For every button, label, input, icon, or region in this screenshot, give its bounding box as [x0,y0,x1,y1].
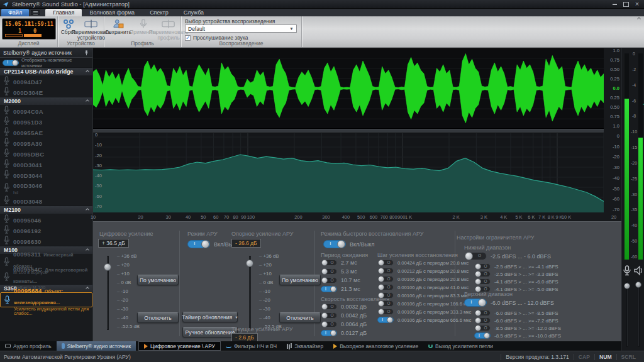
option-row[interactable]: 0.00212 дБ с периодом 20.8 мкс [377,268,471,274]
option-toggle[interactable] [321,268,337,275]
rename-profile-button[interactable]: Переименовать профиль [156,18,181,43]
tab-Эквалайзер[interactable]: Эквалайзер [282,341,328,351]
option-row[interactable]: 5.3 мс [321,268,360,275]
source-item-000D3041[interactable]: 000D3041 [0,158,92,169]
collapse-ribbon-button[interactable] [637,17,641,21]
option-row[interactable]: -4.1 dBFS > ... >= -6.0 dBFS [474,278,558,285]
ref-gain-slider-knob[interactable] [246,260,253,267]
quick-access-button[interactable] [31,10,40,15]
source-item-00095A30[interactable]: 00095A30 [0,137,92,148]
option-toggle[interactable] [474,263,491,270]
option-row[interactable]: -2.5 dBFS > ... >= -4.1 dBFS [474,263,558,270]
pin-icon[interactable] [84,49,89,57]
source-item-00096630[interactable]: 00096630 [0,235,92,246]
source-item-000951D3[interactable]: 000951D3 [0,116,92,126]
speaker-volume-slider[interactable] [638,282,640,347]
update-timer-button[interactable]: Таймер обновления [182,312,238,322]
option-toggle[interactable] [474,317,491,324]
option-row[interactable]: 0.0032 дБ [321,304,367,310]
option-toggle[interactable] [377,268,394,274]
ref-gain-default-button[interactable]: По умолчанию [279,275,321,285]
option-row[interactable]: 0.0064 дБ [321,321,367,327]
tab-Аудио профиль[interactable]: Аудио профиль [0,341,57,351]
option-toggle[interactable] [377,300,394,307]
tab-Stelberry® аудио источник[interactable]: Stelberry® аудио источник [57,341,136,351]
source-item-0009554C[interactable]: 0009554CДля переговорной комнаты...Stelb… [0,269,92,284]
option-row[interactable]: -2.5 dBFS > ... >= -3.3 dBFS [474,271,558,277]
tab-Фильтры НЧ и ВЧ[interactable]: Фильтры НЧ и ВЧ [221,341,282,351]
option-row[interactable]: 0.0127 дБ [321,330,367,336]
option-toggle[interactable] [377,260,394,266]
digital-gain-off-button[interactable]: Отключить [137,312,179,323]
show-inactive-toggle[interactable] [3,60,19,66]
option-row[interactable]: 10.7 мс [321,277,360,283]
option-toggle[interactable] [321,260,337,266]
panel-splitter[interactable] [93,129,604,133]
source-group-CP2114 USB-Audio Bridge[interactable]: CP2114 USB-Audio Bridge [0,67,92,75]
playback-device-select[interactable]: Default ▼ [185,25,297,33]
source-item-00094C0A[interactable]: 00094C0A [0,105,92,116]
option-row[interactable]: 0.00106 дБ с периодом 333.3 мкс [377,309,471,315]
close-button[interactable] [633,1,641,8]
source-item-000D3048[interactable]: 000D3048 [0,195,92,206]
option-row[interactable]: 0.00106 дБ с периодом 20.8 мкс [377,276,471,282]
limiter-high-toggle[interactable] [464,299,487,307]
ref-gain-off-button[interactable]: Отключить [279,312,321,323]
option-toggle[interactable] [321,330,337,336]
source-item-00094D47[interactable]: 00094D47 [0,75,92,86]
tab-Выходное аналоговое усиление[interactable]: Выходное аналоговое усиление [328,341,423,351]
digital-gain-slider-knob[interactable] [104,263,111,271]
option-toggle[interactable] [474,310,491,316]
option-toggle[interactable] [321,321,337,327]
source-item-000D3046[interactable]: 000D3046hd [0,180,92,195]
save-profile-button[interactable]: Сохранить [106,18,131,36]
menu-tab-Волновая форма[interactable]: Волновая форма [82,9,142,16]
mic-volume-slider[interactable] [626,282,628,347]
option-toggle[interactable] [321,312,337,319]
source-item-000D3044[interactable]: 000D3044 [0,169,92,180]
tab-Выход усилителя петли[interactable]: Выход усилителя петли [423,341,498,351]
option-toggle[interactable] [474,332,491,339]
option-row[interactable]: 0.00106 дБ с периодом 666.6 мкс [377,317,471,323]
option-row[interactable]: 21.3 мс [321,286,360,292]
manual-update-button[interactable]: Ручное обновление [182,327,238,337]
option-row[interactable]: -6.0 dBFS > ... >= -8.5 dBFS [474,310,561,316]
menu-tab-Главная[interactable]: Главная [45,9,82,16]
source-item-00096192[interactable]: 00096192 [0,224,92,235]
minimize-button[interactable] [610,1,619,8]
source-group-M2100[interactable]: M2100 [0,206,92,214]
source-item-00095046[interactable]: 00095046 [0,214,92,224]
option-row[interactable]: 2.7 мс [321,260,360,266]
option-row[interactable]: -8.5 dBFS > ... >= -10.0 dBFS [474,332,561,339]
option-toggle[interactable] [377,284,394,290]
source-item-000D304E[interactable]: 000D304E [0,86,92,97]
source-item-000955AE[interactable]: 000955AE [0,126,92,137]
source-item-00095684[interactable]: 00095684Объект: железнодорожная...Усилит… [0,292,92,307]
source-item-00095DBC[interactable]: 00095DBC [0,148,92,158]
menu-tab-Спектр[interactable]: Спектр [142,9,176,16]
option-toggle[interactable] [474,271,491,277]
option-toggle[interactable] [377,317,394,323]
option-toggle[interactable] [474,325,491,331]
option-row[interactable]: 0.0042 дБ [321,312,367,319]
tab-Цифровое усиление \ АРУ[interactable]: Цифровое усиление \ АРУ [138,341,221,351]
option-toggle[interactable] [474,278,491,285]
fast-recovery-toggle[interactable] [323,240,346,248]
option-toggle[interactable] [377,309,394,315]
rename-device-button[interactable]: Переименовать устройство [78,18,104,43]
option-row[interactable]: -6.0 dBFS > ... >= -7.2 dBFS [474,317,561,324]
option-row[interactable]: 0.00106 дБ с периодом 41.6 мкс [377,284,471,290]
mic-volume-knob[interactable] [624,283,630,289]
agc-mode-toggle[interactable] [187,240,210,248]
option-row[interactable]: 0.00106 дБ с периодом 166.6 мкс [377,300,471,307]
option-toggle[interactable] [377,292,394,299]
option-row[interactable]: 0.00106 дБ с периодом 83.3 мкс [377,292,471,299]
option-toggle[interactable] [321,286,337,292]
menu-tab-Служба[interactable]: Служба [176,9,211,16]
option-toggle[interactable] [377,276,394,282]
limiter-low-toggle[interactable] [464,252,487,260]
file-menu-button[interactable]: Файл [1,9,29,16]
option-row[interactable]: 0.00424 дБ с периодом 20.8 мкс [377,260,471,266]
option-toggle[interactable] [321,304,337,310]
restore-button[interactable] [621,1,630,8]
